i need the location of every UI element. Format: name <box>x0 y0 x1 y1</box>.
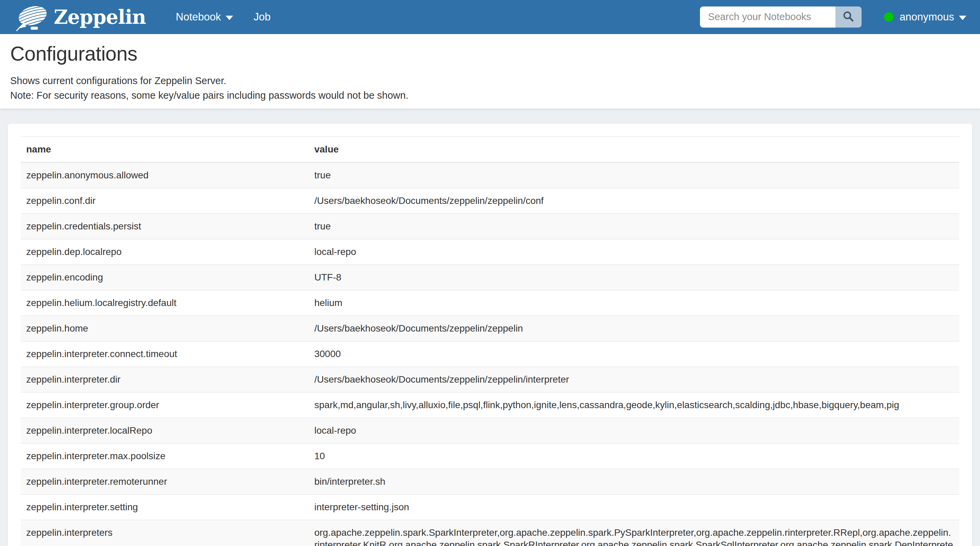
config-value: interpreter-setting.json <box>309 495 959 520</box>
notebook-search-group <box>700 6 862 27</box>
config-name: zeppelin.encoding <box>21 265 309 290</box>
page-title: Configurations <box>10 42 970 65</box>
zeppelin-brand[interactable]: Zeppelin <box>16 2 146 33</box>
nav-item-notebook-label: Notebook <box>176 11 221 23</box>
search-button[interactable] <box>835 6 862 27</box>
table-row: zeppelin.interpreter.dir /Users/baekhose… <box>21 367 959 393</box>
user-name: anonymous <box>900 11 954 23</box>
nav-item-job[interactable]: Job <box>243 0 281 34</box>
table-row: zeppelin.interpreter.connect.timeout 300… <box>21 341 959 367</box>
table-row: zeppelin.helium.localregistry.default he… <box>21 290 959 316</box>
config-value: /Users/baekhoseok/Documents/zeppelin/zep… <box>309 188 959 214</box>
zeppelin-logo-icon <box>16 2 49 33</box>
table-row: zeppelin.home /Users/baekhoseok/Document… <box>21 316 959 341</box>
config-name: zeppelin.conf.dir <box>21 188 309 214</box>
config-name: zeppelin.dep.localrepo <box>21 239 309 265</box>
search-input[interactable] <box>700 6 835 27</box>
config-value: 30000 <box>309 341 959 367</box>
config-value: UTF-8 <box>309 265 959 290</box>
content-area: name value zeppelin.anonymous.allowed tr… <box>0 109 980 546</box>
nav-item-notebook[interactable]: Notebook <box>166 0 243 34</box>
table-row: zeppelin.interpreter.group.order spark,m… <box>21 393 959 418</box>
nav-item-job-label: Job <box>253 11 270 23</box>
page-description-line1: Shows current configurations for Zeppeli… <box>10 73 970 88</box>
config-value: true <box>309 214 959 239</box>
top-navbar: Zeppelin Notebook Job anonymous <box>0 0 980 34</box>
config-name: zeppelin.interpreter.max.poolsize <box>21 444 309 469</box>
search-icon <box>842 10 854 24</box>
table-row: zeppelin.interpreter.localRepo local-rep… <box>21 418 959 444</box>
config-value: true <box>309 162 959 188</box>
config-name: zeppelin.interpreter.connect.timeout <box>21 341 309 367</box>
navbar-right: anonymous <box>700 6 966 27</box>
config-name: zeppelin.credentials.persist <box>21 214 309 239</box>
table-row: zeppelin.interpreter.remoterunner bin/in… <box>21 469 959 495</box>
page-description-line2: Note: For security reasons, some key/val… <box>10 88 970 103</box>
table-row: zeppelin.interpreters org.apache.zeppeli… <box>21 520 959 546</box>
table-row: zeppelin.anonymous.allowed true <box>21 162 959 188</box>
table-row: zeppelin.credentials.persist true <box>21 214 959 239</box>
config-value: bin/interpreter.sh <box>309 469 959 495</box>
table-row: zeppelin.interpreter.setting interpreter… <box>21 495 959 520</box>
configurations-table: name value zeppelin.anonymous.allowed tr… <box>21 137 959 546</box>
config-name: zeppelin.interpreter.group.order <box>21 393 309 418</box>
nav-links: Notebook Job <box>166 0 281 34</box>
config-name: zeppelin.helium.localregistry.default <box>21 290 309 316</box>
connection-status-icon <box>884 12 894 22</box>
table-header-row: name value <box>21 137 959 163</box>
config-value: local-repo <box>309 418 959 444</box>
table-row: zeppelin.conf.dir /Users/baekhoseok/Docu… <box>21 188 959 214</box>
table-row: zeppelin.interpreter.max.poolsize 10 <box>21 444 959 469</box>
page-header: Configurations Shows current configurati… <box>0 34 980 109</box>
column-header-value: value <box>309 137 959 163</box>
column-header-name: name <box>21 137 309 163</box>
chevron-down-icon <box>959 16 966 20</box>
table-row: zeppelin.dep.localrepo local-repo <box>21 239 959 265</box>
config-name: zeppelin.anonymous.allowed <box>21 162 309 188</box>
config-name: zeppelin.interpreter.remoterunner <box>21 469 309 495</box>
config-value: 10 <box>309 444 959 469</box>
config-name: zeppelin.interpreter.setting <box>21 495 309 520</box>
config-value: spark,md,angular,sh,livy,alluxio,file,ps… <box>309 393 959 418</box>
config-name: zeppelin.interpreter.localRepo <box>21 418 309 444</box>
brand-wordmark: Zeppelin <box>54 5 146 28</box>
table-row: zeppelin.encoding UTF-8 <box>21 265 959 290</box>
config-value: /Users/baekhoseok/Documents/zeppelin/zep… <box>309 316 959 341</box>
chevron-down-icon <box>226 16 233 20</box>
configurations-card: name value zeppelin.anonymous.allowed tr… <box>8 123 972 546</box>
user-menu[interactable]: anonymous <box>884 11 966 23</box>
config-name: zeppelin.interpreter.dir <box>21 367 309 393</box>
config-name: zeppelin.home <box>21 316 309 341</box>
config-value: /Users/baekhoseok/Documents/zeppelin/zep… <box>309 367 959 393</box>
config-value: helium <box>309 290 959 316</box>
config-name: zeppelin.interpreters <box>21 520 309 546</box>
config-value: local-repo <box>309 239 959 265</box>
config-value: org.apache.zeppelin.spark.SparkInterpret… <box>309 520 959 546</box>
